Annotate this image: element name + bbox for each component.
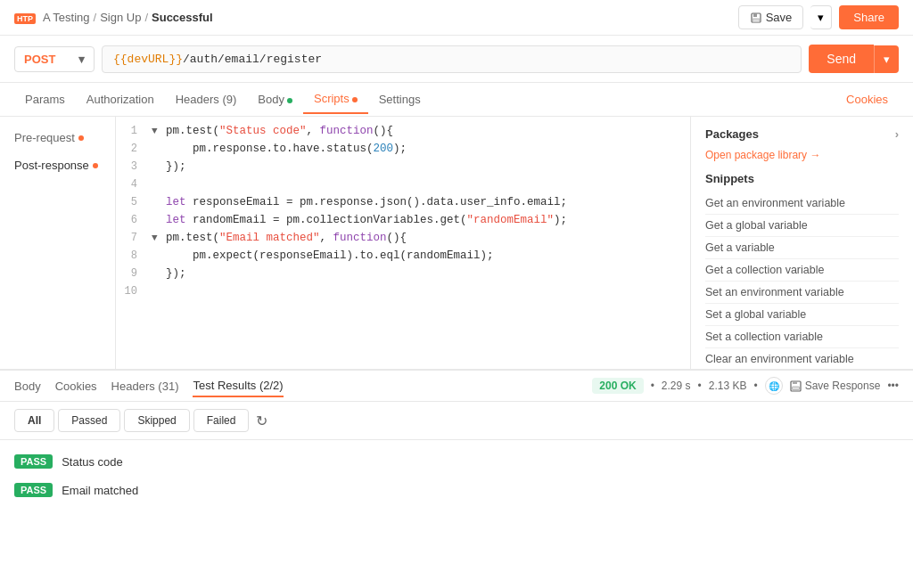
code-line-8: 8 pm.expect(responseEmail).to.eql(random…: [116, 249, 690, 266]
code-line-3: 3 });: [116, 159, 690, 177]
breadcrumb-sep1: /: [94, 11, 97, 24]
request-tabs: Params Authorization Headers (9) Body Sc…: [0, 83, 913, 117]
test-filters: All Passed Skipped Failed ↻: [0, 402, 913, 440]
snippets-list: Get an environment variable Get a global…: [705, 192, 899, 369]
pre-request-dot: [78, 135, 84, 141]
breadcrumb-current: Successful: [152, 11, 213, 24]
more-options-icon[interactable]: •••: [887, 380, 899, 392]
snippet-env-clear[interactable]: Clear an environment variable: [705, 348, 899, 369]
snippet-var-get[interactable]: Get a variable: [705, 237, 899, 259]
post-response-dot: [93, 163, 98, 168]
response-tab-test-results[interactable]: Test Results (2/2): [193, 375, 283, 397]
code-line-7: 7 ▼ pm.test("Email matched", function(){: [116, 231, 690, 249]
panel-arrow-icon[interactable]: ›: [895, 127, 899, 141]
pass-badge-1: PASS: [14, 454, 53, 469]
method-label: POST: [24, 53, 55, 66]
response-size: 2.13 KB: [709, 380, 747, 392]
code-line-6: 6 let randomEmail = pm.collectionVariabl…: [116, 213, 690, 231]
breadcrumb-part2[interactable]: Sign Up: [100, 11, 141, 24]
svg-rect-1: [753, 13, 757, 17]
code-line-4: 4: [116, 177, 690, 195]
response-status: 200 OK • 2.29 s • 2.13 KB • 🌐 Save Respo…: [592, 377, 899, 395]
globe-icon[interactable]: 🌐: [765, 377, 783, 395]
tab-body[interactable]: Body: [247, 86, 303, 113]
snippet-collection-get[interactable]: Get a collection variable: [705, 259, 899, 282]
pass-badge-2: PASS: [14, 483, 53, 497]
response-tab-headers[interactable]: Headers (31): [111, 376, 179, 396]
code-line-10: 10: [116, 284, 690, 302]
filter-all-button[interactable]: All: [14, 409, 54, 432]
response-bar: Body Cookies Headers (31) Test Results (…: [0, 370, 913, 402]
http-badge: HTP: [14, 11, 39, 24]
code-line-9: 9 });: [116, 266, 690, 284]
response-tab-cookies[interactable]: Cookies: [55, 376, 97, 396]
snippet-env-set[interactable]: Set an environment variable: [705, 282, 899, 304]
filter-failed-button[interactable]: Failed: [193, 409, 250, 432]
save-icon: [750, 12, 762, 24]
left-panel: Pre-request Post-response: [0, 117, 116, 369]
packages-title: Packages ›: [705, 127, 899, 141]
tab-cookies[interactable]: Cookies: [835, 86, 899, 113]
open-library-link[interactable]: Open package library →: [705, 149, 820, 161]
response-time: 2.29 s: [662, 380, 691, 392]
svg-rect-2: [753, 19, 760, 22]
save-button[interactable]: Save: [738, 5, 804, 29]
tab-headers[interactable]: Headers (9): [165, 86, 248, 113]
snippet-global-get[interactable]: Get a global variable: [705, 215, 899, 237]
svg-rect-5: [792, 387, 799, 390]
save-response-button[interactable]: Save Response: [790, 380, 881, 392]
body-dot: [287, 98, 292, 103]
post-response-tab[interactable]: Post-response: [0, 151, 115, 179]
test-results: PASS Status code PASS Email matched: [0, 440, 913, 511]
send-dropdown-button[interactable]: ▾: [874, 45, 899, 73]
snippet-collection-set[interactable]: Set a collection variable: [705, 326, 899, 348]
save-response-icon: [790, 380, 802, 392]
url-prefix: {{devURL}}: [113, 53, 183, 66]
refresh-button[interactable]: ↻: [256, 412, 267, 429]
main-content: Pre-request Post-response 1 ▼ pm.test("S…: [0, 117, 913, 370]
tab-params[interactable]: Params: [14, 86, 76, 113]
dot-separator-3: •: [753, 380, 757, 392]
filter-skipped-button[interactable]: Skipped: [124, 409, 189, 432]
tab-authorization[interactable]: Authorization: [76, 86, 165, 113]
save-dropdown-button[interactable]: ▾: [810, 5, 832, 29]
tab-settings[interactable]: Settings: [368, 86, 432, 113]
url-path: /auth/email/register: [183, 53, 322, 66]
code-line-1: 1 ▼ pm.test("Status code", function(){: [116, 124, 690, 142]
breadcrumb: HTP A Testing / Sign Up / Successful: [14, 11, 213, 24]
snippet-global-set[interactable]: Set a global variable: [705, 304, 899, 326]
code-editor[interactable]: 1 ▼ pm.test("Status code", function(){ 2…: [116, 117, 690, 369]
send-button-group: Send ▾: [809, 45, 899, 73]
filter-passed-button[interactable]: Passed: [58, 409, 120, 432]
test-item-2: PASS Email matched: [14, 476, 899, 504]
breadcrumb-part1[interactable]: A Testing: [43, 11, 90, 24]
response-tab-body[interactable]: Body: [14, 376, 41, 396]
status-badge: 200 OK: [592, 378, 643, 394]
method-chevron-icon: ▾: [78, 53, 85, 66]
test-name-1: Status code: [62, 455, 123, 469]
pre-request-tab[interactable]: Pre-request: [0, 124, 115, 151]
svg-rect-4: [793, 381, 797, 384]
dot-separator-1: •: [651, 380, 654, 392]
send-button[interactable]: Send: [809, 45, 874, 73]
scripts-dot: [352, 97, 358, 102]
top-bar: HTP A Testing / Sign Up / Successful Sav…: [0, 0, 913, 36]
share-button[interactable]: Share: [839, 5, 899, 29]
url-bar: POST ▾ {{devURL}} /auth/email/register S…: [0, 36, 913, 83]
right-panel: Packages › Open package library → Snippe…: [690, 117, 913, 369]
test-item-1: PASS Status code: [14, 447, 899, 476]
code-line-5: 5 let responseEmail = pm.response.json()…: [116, 195, 690, 213]
code-line-2: 2 pm.response.to.have.status(200);: [116, 142, 690, 159]
dot-separator-2: •: [698, 380, 702, 392]
top-actions: Save ▾ Share: [738, 5, 899, 29]
tab-scripts[interactable]: Scripts: [303, 85, 368, 114]
method-select[interactable]: POST ▾: [14, 46, 95, 72]
snippet-env-get[interactable]: Get an environment variable: [705, 192, 899, 215]
url-input[interactable]: {{devURL}} /auth/email/register: [102, 45, 802, 73]
test-name-2: Email matched: [62, 484, 138, 497]
snippets-title: Snippets: [705, 172, 899, 185]
breadcrumb-sep2: /: [144, 11, 148, 24]
